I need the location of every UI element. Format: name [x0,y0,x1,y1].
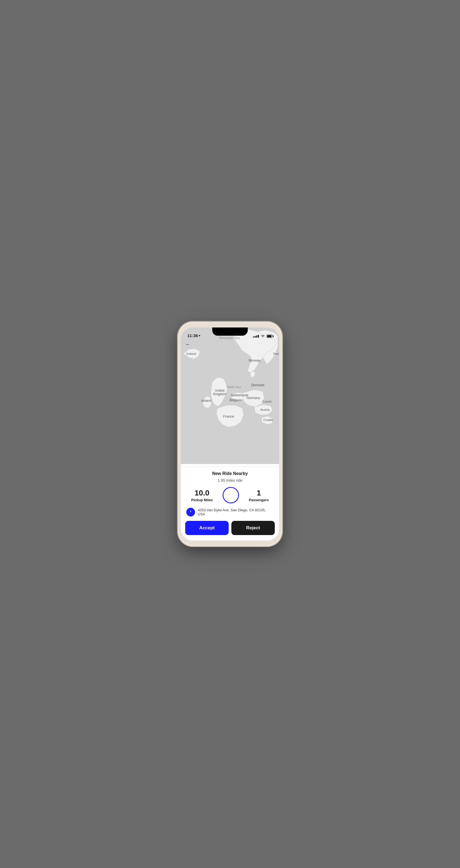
ride-circle-icon [223,487,239,503]
map-label-swe: Swe [273,352,279,355]
back-button[interactable]: ← [185,341,191,347]
time-display: 11:36 [187,333,198,338]
map-label-croatia: Croatia [263,418,273,422]
map-label-ireland: Ireland [201,399,211,403]
panel-title: New Ride Nearby [181,471,279,476]
accept-button[interactable]: Accept [185,521,228,535]
passengers-label: Passengers [249,498,269,502]
pickup-miles-label: Pickup Miles [191,498,213,502]
map-label-norway: Norway [249,358,261,363]
compass-icon [188,510,193,514]
buttons-row: Accept Reject [181,521,279,540]
bottom-panel: New Ride Nearby 1.95 miles ride 10.0 Pic… [181,466,279,540]
map-label-germany: Germany [246,396,260,400]
pickup-miles-value: 10.0 [191,489,213,497]
map-label-austria: Austria [260,408,270,411]
map-label-uk-2: Kingdom [213,392,226,396]
map-label-uk-1: United [215,389,224,393]
status-icons [253,335,273,338]
reject-button[interactable]: Reject [232,521,275,535]
screen: 11:36 ▸ [181,328,279,540]
battery-icon [267,335,273,338]
scene: 11:36 ▸ [164,310,296,558]
map-label-iceland: Iceland [186,352,196,355]
map-label-france: France [223,414,234,418]
stats-row: 10.0 Pickup Miles 1 Passengers [181,487,279,503]
map-label-denmark: Denmark [251,383,265,387]
address-row: 4253 Van Dyke Ave, San Diego, CA 92105, … [181,508,279,517]
phone-frame: 11:36 ▸ [178,322,282,546]
map-label-north-sea: North Sea [227,385,241,389]
location-arrow-icon: ▸ [199,334,201,337]
map-area: Norwegian Sea Iceland Swe Norway North S… [181,328,279,464]
navigation-icon [186,508,195,517]
map-label-belgium: Belgium [229,398,241,402]
passengers-stat: 1 Passengers [249,489,269,502]
passengers-value: 1 [249,489,269,497]
status-time: 11:36 ▸ [187,333,201,338]
panel-subtitle: 1.95 miles ride [181,478,279,483]
map-svg: Norwegian Sea Iceland Swe Norway North S… [181,328,279,464]
address-text: 4253 Van Dyke Ave, San Diego, CA 92105, … [198,508,274,516]
map-label-netherlands: Netherlands [231,393,249,397]
signal-icon [253,335,259,338]
notch [212,328,248,336]
map-label-czechia: Czechi [262,400,272,403]
wifi-icon [260,335,265,338]
pickup-miles-stat: 10.0 Pickup Miles [191,489,213,502]
